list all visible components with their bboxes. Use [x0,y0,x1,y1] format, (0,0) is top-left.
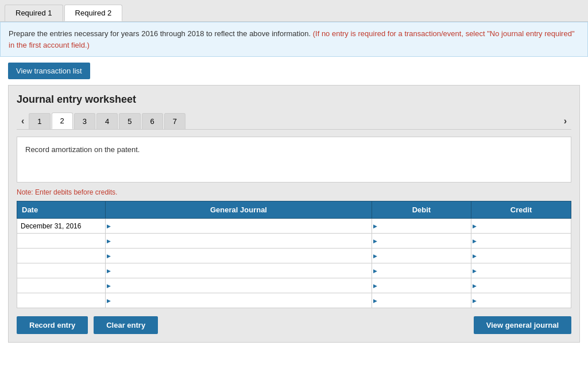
info-main-text: Prepare the entries necessary for years … [9,29,311,38]
tab-required1[interactable]: Required 1 [5,5,63,21]
table-row [17,263,571,278]
gj-cell-1[interactable] [106,234,372,249]
debit-input-3[interactable] [372,265,471,277]
gj-cell-0[interactable] [106,219,372,234]
description-box: Record amortization on the patent. [17,137,571,183]
prev-step-btn[interactable]: ‹ [17,114,29,129]
gj-input-2[interactable] [106,250,371,262]
step-tab-4[interactable]: 4 [96,113,118,129]
gj-input-1[interactable] [106,235,371,247]
table-row [17,234,571,249]
step-tab-6[interactable]: 6 [142,113,163,129]
date-cell-4 [17,278,106,293]
col-header-date: Date [17,201,106,219]
info-box: Prepare the entries necessary for years … [0,22,588,57]
credit-input-4[interactable] [471,280,571,292]
debit-input-0[interactable] [372,220,471,232]
view-transaction-btn[interactable]: View transaction list [8,63,90,79]
gj-input-4[interactable] [106,280,371,292]
gj-cell-5[interactable] [106,293,372,308]
gj-input-3[interactable] [106,265,371,277]
debit-cell-3[interactable] [372,263,471,278]
credit-cell-2[interactable] [471,249,571,263]
debit-input-2[interactable] [372,250,471,262]
table-row [17,249,571,263]
record-entry-btn[interactable]: Record entry [17,316,88,334]
credit-input-5[interactable] [471,295,571,306]
credit-input-0[interactable] [471,220,571,232]
col-header-credit: Credit [471,201,571,219]
date-cell-3 [17,263,106,278]
date-cell-2 [17,249,106,263]
journal-table: Date General Journal Debit Credit Decemb… [17,201,571,308]
debit-input-1[interactable] [372,235,471,247]
date-cell-0: December 31, 2016 [17,219,106,234]
col-header-gj: General Journal [106,201,372,219]
gj-cell-4[interactable] [106,278,372,293]
view-general-journal-btn[interactable]: View general journal [474,316,571,334]
table-row [17,293,571,308]
credit-cell-4[interactable] [471,278,571,293]
debit-input-5[interactable] [372,295,471,306]
description-text: Record amortization on the patent. [25,145,140,154]
bottom-buttons: Record entry Clear entry View general jo… [17,316,571,334]
transaction-btn-bar: View transaction list [0,57,588,85]
credit-cell-1[interactable] [471,234,571,249]
step-tab-5[interactable]: 5 [119,113,140,129]
credit-input-1[interactable] [471,235,571,247]
debit-cell-4[interactable] [372,278,471,293]
debit-input-4[interactable] [372,280,471,292]
table-row: December 31, 2016 [17,219,571,234]
required-tabs: Required 1 Required 2 [0,0,588,22]
credit-cell-5[interactable] [471,293,571,308]
col-header-debit: Debit [372,201,471,219]
date-cell-1 [17,234,106,249]
clear-entry-btn[interactable]: Clear entry [94,316,158,334]
credit-input-3[interactable] [471,265,571,277]
worksheet-title: Journal entry worksheet [17,94,571,106]
debit-cell-1[interactable] [372,234,471,249]
debit-cell-2[interactable] [372,249,471,263]
worksheet-container: Journal entry worksheet ‹ 1 2 3 4 5 6 7 … [8,85,580,343]
debit-cell-0[interactable] [372,219,471,234]
credit-input-2[interactable] [471,250,571,262]
date-cell-5 [17,293,106,308]
table-row [17,278,571,293]
debit-cell-5[interactable] [372,293,471,308]
step-tab-2[interactable]: 2 [52,112,73,129]
note-text: Note: Enter debits before credits. [17,188,571,196]
gj-cell-2[interactable] [106,249,372,263]
gj-input-0[interactable] [106,220,371,232]
step-tab-7[interactable]: 7 [164,113,185,129]
step-tabs: ‹ 1 2 3 4 5 6 7 › [17,112,571,130]
gj-input-5[interactable] [106,295,371,306]
next-step-btn[interactable]: › [559,114,571,129]
gj-cell-3[interactable] [106,263,372,278]
step-tab-1[interactable]: 1 [29,113,50,129]
step-tab-3[interactable]: 3 [74,113,95,129]
credit-cell-0[interactable] [471,219,571,234]
credit-cell-3[interactable] [471,263,571,278]
tab-required2[interactable]: Required 2 [64,5,123,21]
